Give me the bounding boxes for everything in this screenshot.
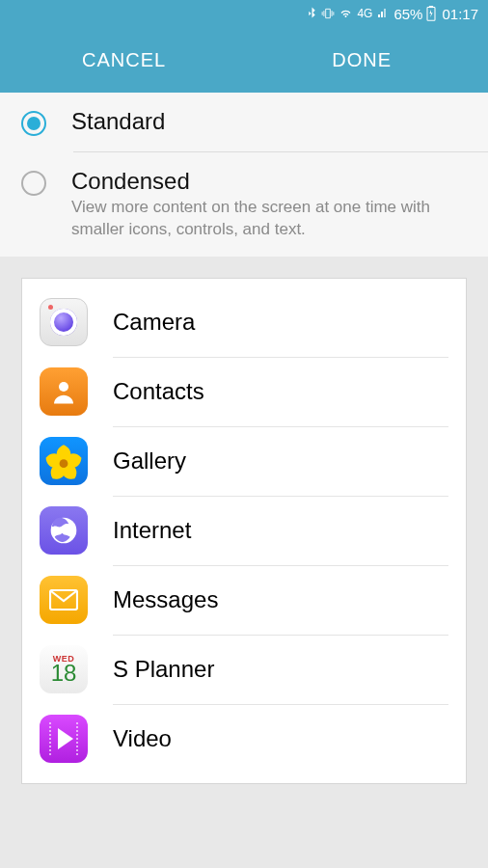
app-label-splanner: S Planner (113, 656, 214, 683)
vibrate-icon (321, 7, 335, 20)
app-label-messages: Messages (113, 586, 218, 613)
video-icon (40, 715, 88, 763)
app-preview-card: Camera Contacts Gallery Internet (21, 278, 467, 784)
radio-standard[interactable] (21, 111, 46, 136)
list-item: Contacts (40, 358, 448, 426)
svg-point-2 (59, 382, 68, 392)
messages-icon (40, 576, 88, 624)
app-label-internet: Internet (113, 517, 191, 544)
wifi-icon (339, 8, 353, 19)
battery-label: 65% (393, 6, 422, 22)
signal-icon (376, 8, 390, 19)
display-size-options: Standard Condensed View more content on … (0, 93, 488, 257)
preview-panel: Camera Contacts Gallery Internet (0, 257, 488, 805)
splanner-icon: WED 18 (40, 645, 88, 693)
app-label-gallery: Gallery (113, 448, 186, 475)
list-item: Video (40, 705, 448, 773)
list-item: Gallery (40, 427, 448, 496)
app-label-video: Video (113, 725, 172, 752)
network-label: 4G (357, 7, 372, 20)
option-standard[interactable]: Standard (0, 93, 488, 151)
app-label-contacts: Contacts (113, 378, 204, 405)
bluetooth-icon (307, 7, 317, 20)
app-label-camera: Camera (113, 309, 195, 336)
battery-icon (426, 6, 436, 21)
done-button[interactable]: DONE (237, 49, 489, 71)
list-item: Internet (40, 497, 448, 565)
option-condensed[interactable]: Condensed View more content on the scree… (0, 152, 488, 257)
list-item: WED 18 S Planner (40, 636, 448, 704)
splanner-date: 18 (51, 662, 77, 685)
list-item: Messages (40, 566, 448, 635)
status-bar: 4G 65% 01:17 (0, 0, 488, 27)
svg-rect-1 (430, 6, 433, 8)
gallery-icon (40, 437, 88, 485)
option-condensed-title: Condensed (71, 168, 469, 195)
svg-point-3 (60, 460, 68, 469)
option-condensed-subtitle: View more content on the screen at one t… (71, 197, 469, 241)
contacts-icon (40, 367, 88, 416)
clock-label: 01:17 (442, 6, 478, 22)
header-bar: CANCEL DONE (0, 27, 488, 93)
internet-icon (40, 506, 88, 555)
radio-condensed[interactable] (21, 171, 46, 196)
cancel-button[interactable]: CANCEL (0, 49, 237, 71)
list-item: Camera (40, 288, 448, 357)
camera-icon (40, 298, 88, 346)
option-standard-title: Standard (71, 108, 469, 135)
